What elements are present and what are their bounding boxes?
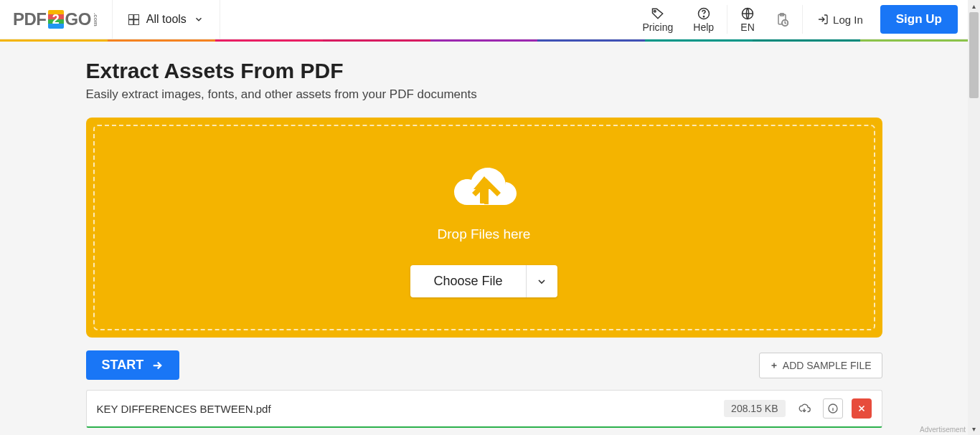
pricing-link[interactable]: Pricing [632,0,683,39]
login-button[interactable]: Log In [806,0,875,39]
grid-icon [128,14,139,25]
svg-point-2 [703,16,704,16]
logo-text-2: 2 [48,10,64,29]
pricing-label: Pricing [642,21,673,33]
scroll-up-arrow[interactable]: ▴ [968,0,980,12]
dropzone-inner: Drop Files here Choose File [93,125,875,330]
login-label: Log In [833,14,863,26]
file-info-button[interactable] [823,398,843,419]
scrollbar[interactable]: ▴ ▾ [968,0,980,435]
choose-file-button[interactable]: Choose File [410,265,525,297]
clipboard-history-icon [775,12,789,27]
remove-file-button[interactable] [852,398,872,419]
download-cloud-icon [798,402,811,415]
login-icon [817,14,829,25]
header: PDF 2 GO .com All tools Pricing Help EN [0,0,968,39]
content: Extract Assets From PDF Easily extract i… [0,42,968,435]
help-icon [697,6,711,21]
logo[interactable]: PDF 2 GO .com [0,0,113,39]
cloud-upload-icon [445,161,524,221]
advertisement-label: Advertisement [920,426,966,434]
page-title: Extract Assets From PDF [86,59,882,83]
scrollbar-thumb[interactable] [969,12,979,98]
start-button[interactable]: START [86,350,180,380]
chevron-down-icon [536,276,547,287]
logo-text-com: .com [93,13,99,27]
chevron-down-icon [194,14,204,24]
svg-point-0 [654,10,656,12]
action-row: START ADD SAMPLE FILE [86,350,882,380]
plus-icon [770,361,778,370]
logo-text-pdf: PDF [13,9,47,29]
globe-icon [740,6,755,21]
logo-text-go: GO [65,9,91,29]
choose-file-button-group: Choose File [410,265,557,297]
drop-text: Drop Files here [438,226,531,242]
page-subtitle: Easily extract images, fonts, and other … [86,87,882,102]
file-row: KEY DIFFERENCES BETWEEN.pdf 208.15 KB [86,390,882,428]
language-label: EN [740,21,754,33]
file-size: 208.15 KB [724,400,785,417]
sample-label: ADD SAMPLE FILE [783,360,872,371]
choose-file-dropdown[interactable] [526,265,557,297]
all-tools-menu[interactable]: All tools [113,0,220,39]
separator [727,5,727,34]
history-button[interactable] [765,0,799,39]
start-label: START [102,358,144,373]
help-link[interactable]: Help [683,0,724,39]
download-file-button[interactable] [794,398,814,419]
scroll-down-arrow[interactable]: ▾ [968,423,980,435]
arrow-right-icon [151,359,164,372]
file-name: KEY DIFFERENCES BETWEEN.pdf [97,403,716,415]
info-icon [827,403,839,414]
dropzone[interactable]: Drop Files here Choose File [86,118,882,338]
rainbow-bar [0,39,968,42]
language-selector[interactable]: EN [730,0,765,39]
help-label: Help [693,21,714,33]
add-sample-file-button[interactable]: ADD SAMPLE FILE [759,353,882,378]
close-icon [857,403,867,414]
all-tools-label: All tools [146,13,187,26]
signup-button[interactable]: Sign Up [880,5,958,34]
tag-icon [651,6,665,21]
separator [802,5,803,34]
